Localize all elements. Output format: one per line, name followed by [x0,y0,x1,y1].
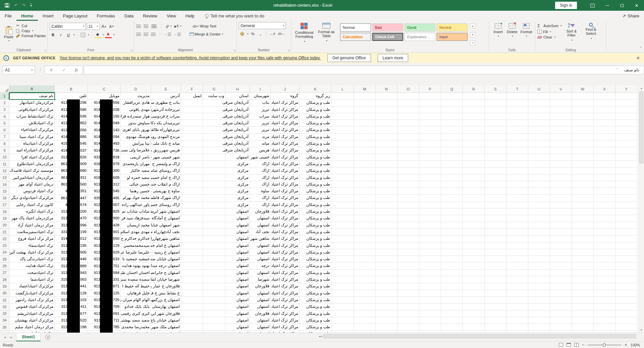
cell-O14[interactable] [397,181,419,188]
cell-S25[interactable] [485,256,506,263]
cell-I8[interactable]: میانه [250,140,271,147]
cell-W13[interactable] [572,175,594,181]
cell-P34[interactable] [419,317,441,324]
cell-P17[interactable] [419,202,441,208]
cell-N9[interactable] [376,147,397,154]
cell-R28[interactable] [463,276,485,283]
cell-P8[interactable] [419,140,441,147]
cell-Y27[interactable] [615,270,637,276]
cell-V1[interactable] [550,93,572,99]
prev-sheet-icon[interactable]: ◂ [4,335,6,339]
cell-A16[interactable]: مرکزترک اعتیادتولدی دیگر [9,195,55,201]
cell-E35[interactable]: اصفهان ملک شهر خ [151,324,181,331]
cell-J4[interactable]: مراکز ترک اعتیاد [271,113,300,120]
banner-message-link[interactable]: Your license isn't genuine, and you may … [59,56,320,60]
cell-V21[interactable] [550,229,572,235]
cell-H3[interactable]: آذربایجان شرقی [225,107,250,113]
cell-A33[interactable]: مرکزترک اعتیادابریشم [9,310,55,317]
row-header-17[interactable]: 17 [0,202,9,208]
cell-X10[interactable] [594,154,615,161]
cell-A31[interactable]: مرکز ترک اعتیاد رادمهر [9,297,55,303]
cell-A18[interactable]: ترک اعتیاد انگیزه [9,208,55,215]
cell-G6[interactable] [203,127,225,133]
row-header-11[interactable]: 11 [0,161,9,167]
cell-O31[interactable] [397,297,419,303]
cell-H35[interactable]: اصفهان [225,324,250,331]
cell-X29[interactable] [594,283,615,290]
cell-U1[interactable] [528,93,550,99]
cell-E16[interactable]: اراک شهرک فاطمیه [151,195,181,201]
cell-X14[interactable] [594,181,615,188]
fill-button[interactable]: ↓Fill▾ [537,29,562,34]
cell-O30[interactable] [397,290,419,297]
cell-N6[interactable] [376,127,397,133]
cell-V8[interactable] [550,140,572,147]
cell-V14[interactable] [550,181,572,188]
format-cells-button[interactable]: Format▾ [519,22,533,47]
cell-L35[interactable] [331,324,354,331]
underline-button[interactable]: U [65,31,72,38]
cell-I9[interactable]: هریس [250,147,271,154]
zoom-level[interactable]: 100% [631,343,640,347]
cell-F13[interactable] [181,175,203,181]
enter-formula-icon[interactable]: ✓ [62,68,66,72]
cell-H30[interactable]: اصفهان [225,290,250,297]
cell-V24[interactable] [550,249,572,256]
expand-formula-bar-icon[interactable]: ˆ [616,68,618,73]
cell-L26[interactable] [331,263,354,269]
row-header-15[interactable]: 15 [0,188,9,195]
cell-H12[interactable]: مرکزی [225,167,250,174]
cell-E14[interactable]: اراک م انقلاب جنب [151,181,181,188]
cell-X18[interactable] [594,208,615,215]
cell-A25[interactable]: ترک اعتیادزندگی پاک [9,256,55,263]
cell-G7[interactable] [203,134,225,140]
cell-E19[interactable]: اصفهان خ آمادگاه م [151,215,181,222]
cell-O10[interactable] [397,154,419,161]
cell-Y22[interactable] [615,235,637,242]
cell-L32[interactable] [331,303,354,310]
column-header-R[interactable]: R [463,85,485,93]
orientation-icon[interactable]: ab▾ [165,24,172,28]
restore-button[interactable] [614,0,629,11]
cell-P20[interactable] [419,222,441,229]
cell-J31[interactable]: مراکز ترک اعتیاد [271,297,300,303]
cell-T21[interactable] [506,229,528,235]
cell-T32[interactable] [506,303,528,310]
cell-Q31[interactable] [441,297,463,303]
row-header-26[interactable]: 26 [0,263,9,269]
cell-I11[interactable]: اراک [250,161,271,167]
cell-Q15[interactable] [441,188,463,195]
cell-K17[interactable]: طب و پزشکان [300,202,331,208]
cell-M28[interactable] [354,276,376,283]
cell-M13[interactable] [354,175,376,181]
cell-J24[interactable]: مراکز ترک اعتیاد [271,249,300,256]
cell-S13[interactable] [485,175,506,181]
cell-H7[interactable]: آذربایجان شرقی [225,134,250,140]
cell-S5[interactable] [485,120,506,127]
cell-R30[interactable] [463,290,485,297]
cell-E20[interactable]: شهر اصفهان خیابان [151,222,181,229]
cell-D8[interactable]: بیتا پیرایش [121,140,151,147]
cell-T33[interactable] [506,310,528,317]
cell-N29[interactable] [376,283,397,290]
column-header-P[interactable]: P [419,85,441,93]
cell-H4[interactable]: آذربایجان شرقی [225,113,250,120]
cell-D2[interactable]: هادی عزیزافشار [121,99,151,106]
cell-W2[interactable] [572,99,594,106]
cell-Q14[interactable] [441,181,463,188]
cell-B1[interactable]: تلفن [55,93,88,99]
cell-P33[interactable] [419,310,441,317]
cell-X32[interactable] [594,303,615,310]
cell-Y8[interactable] [615,140,637,147]
cell-S22[interactable] [485,235,506,242]
cell-R10[interactable] [463,154,485,161]
cell-X35[interactable] [594,324,615,331]
increase-indent-icon[interactable]: → [174,32,181,36]
cell-S24[interactable] [485,249,506,256]
cell-J2[interactable]: مراکز ترک اعتیاد [271,99,300,106]
cell-M3[interactable] [354,107,376,113]
cell-U22[interactable] [528,235,550,242]
cell-I14[interactable]: اراک [250,181,271,188]
cell-R11[interactable] [463,161,485,167]
tab-home[interactable]: Home [16,11,38,21]
